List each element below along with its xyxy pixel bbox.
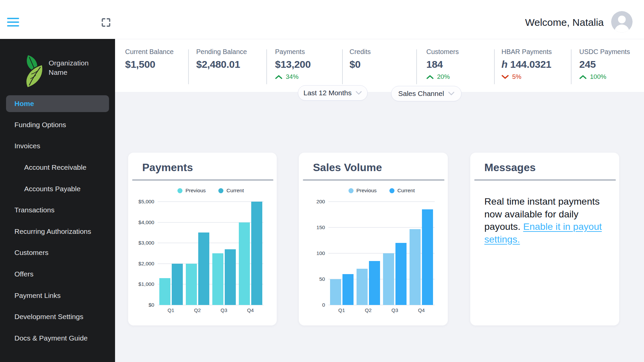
sidebar-item-docs-payment-guide[interactable]: Docs & Payment Guide: [0, 327, 115, 349]
bar-previous-q4: [239, 222, 250, 305]
sidebar-item-transactions[interactable]: Transactions: [0, 199, 115, 221]
stat-payments: Payments$13,20034%: [275, 48, 311, 81]
stat-label: Credits: [350, 48, 371, 56]
bar-current-q2: [198, 232, 209, 305]
top-header: Welcome, Natalia: [0, 0, 644, 39]
stat-label: Payments: [275, 48, 311, 56]
bar-previous-q3: [212, 253, 223, 305]
hamburger-bar: [7, 25, 19, 27]
stat-delta-value: 100%: [590, 73, 606, 81]
stats-bar: Current Balance$1,500Pending Balance$2,4…: [115, 39, 644, 92]
bar-current-q2: [369, 261, 380, 305]
card-divider: [132, 179, 273, 180]
sidebar-item-customers[interactable]: Customers: [0, 242, 115, 264]
card-divider: [474, 179, 616, 180]
legend-dot: [177, 188, 182, 193]
fullscreen-icon[interactable]: [101, 17, 111, 28]
x-axis-label: Q4: [237, 307, 264, 313]
bar-previous-q4: [410, 229, 421, 305]
bar-group-q2: [357, 202, 380, 305]
bar-group-q4: [410, 202, 433, 305]
bar-group-q3: [383, 202, 407, 305]
stat-value: 245: [579, 59, 630, 70]
sales-volume-bar-chart: [328, 202, 435, 305]
x-axis-label: Q4: [408, 307, 435, 313]
legend-dot: [348, 188, 354, 193]
bar-current-q3: [395, 243, 407, 305]
sidebar-item-offers[interactable]: Offers: [0, 263, 115, 285]
stat-delta: 100%: [579, 73, 630, 81]
bar-current-q4: [422, 209, 433, 305]
messages-card: Messages Real time instant payments now …: [470, 153, 619, 325]
sales-channel-value: Sales Channel: [398, 90, 444, 98]
hamburger-bar: [7, 18, 19, 19]
card-title: Messages: [484, 161, 536, 174]
bar-previous-q3: [383, 253, 394, 305]
sidebar-item-invoices[interactable]: Invoices: [0, 136, 115, 157]
trend-up-icon: [426, 75, 434, 79]
stat-customers: Customers18420%: [426, 48, 459, 81]
y-axis-tick-label: $1,000: [128, 281, 154, 287]
stat-divider: [494, 49, 495, 84]
sidebar-item-funding-options[interactable]: Funding Options: [0, 114, 115, 136]
bar-group-q3: [212, 202, 236, 305]
x-axis-label: Q1: [158, 307, 184, 313]
bar-group-q1: [159, 202, 183, 305]
stat-value: $13,200: [275, 59, 311, 70]
stat-value: $1,500: [125, 59, 174, 70]
stat-value: $2,480.01: [196, 59, 247, 70]
sales-volume-card: Sales Volume PreviousCurrent 05010015020…: [299, 153, 448, 325]
card-divider: [303, 179, 444, 180]
x-axis-label: Q1: [328, 307, 355, 313]
x-axis-label: Q2: [184, 307, 211, 313]
welcome-text: Welcome, Natalia: [525, 17, 604, 28]
chart-legend: PreviousCurrent: [158, 187, 264, 194]
stat-delta: 5%: [501, 73, 552, 81]
legend-label: Current: [397, 188, 415, 194]
sidebar-item-payment-links[interactable]: Payment Links: [0, 285, 115, 306]
stat-pending-balance: Pending Balance$2,480.01: [196, 48, 247, 70]
hamburger-bar: [7, 21, 19, 23]
sidebar-item-home[interactable]: Home: [6, 95, 109, 112]
stat-divider: [266, 49, 267, 84]
y-axis-tick-label: $3,000: [128, 240, 154, 246]
card-title: Sales Volume: [313, 161, 382, 174]
stat-delta: 34%: [275, 73, 311, 81]
time-range-dropdown[interactable]: Last 12 Months: [298, 85, 368, 101]
bar-group-q2: [186, 202, 209, 305]
stat-usdc-payments: USDC Payments245100%: [579, 48, 630, 81]
sidebar-item-account-receivable[interactable]: Account Receivable: [0, 157, 115, 178]
bar-previous-q1: [330, 279, 341, 305]
leaf-logo-icon: [17, 52, 47, 91]
y-axis-tick-label: 100: [299, 250, 325, 256]
stat-delta-value: 34%: [286, 73, 299, 81]
chart-legend: PreviousCurrent: [328, 187, 435, 194]
stat-value: h144.0321: [501, 59, 552, 70]
time-range-value: Last 12 Months: [304, 89, 352, 97]
sidebar: Organization Name HomeFunding OptionsInv…: [0, 39, 115, 362]
payments-card: Payments PreviousCurrent $0$1,000$2,000$…: [128, 153, 277, 325]
payments-bar-chart: [158, 202, 264, 305]
legend-item-previous: Previous: [348, 188, 377, 194]
sidebar-item-development-settings[interactable]: Development Settings: [0, 306, 115, 327]
sales-channel-dropdown[interactable]: Sales Channel: [391, 86, 462, 101]
bar-previous-q1: [159, 278, 170, 305]
stat-divider: [571, 49, 572, 84]
stat-value: 184: [426, 59, 459, 70]
stat-divider: [416, 49, 417, 84]
bar-group-q1: [330, 202, 354, 305]
hamburger-menu-icon[interactable]: [7, 18, 19, 27]
stat-label: Current Balance: [125, 48, 174, 56]
y-axis-tick-label: $4,000: [128, 219, 154, 225]
bar-current-q1: [342, 274, 354, 305]
x-axis-label: Q3: [211, 307, 237, 313]
chevron-down-icon: [356, 91, 362, 95]
message-text: Real time instant payments now available…: [484, 195, 606, 246]
trend-up-icon: [275, 75, 282, 79]
trend-up-icon: [579, 75, 587, 79]
avatar[interactable]: [611, 11, 633, 33]
dashboard-screen: Welcome, Natalia Organization Name: [0, 0, 644, 362]
sidebar-item-accounts-payable[interactable]: Accounts Payable: [0, 178, 115, 200]
stat-delta: 20%: [426, 73, 459, 81]
sidebar-item-recurring-authorizations[interactable]: Recurring Authorizations: [0, 221, 115, 242]
